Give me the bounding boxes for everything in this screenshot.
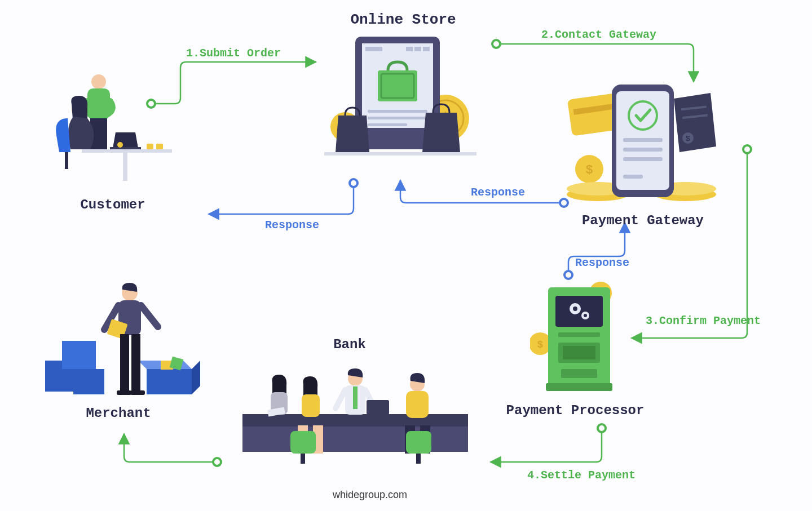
svg-point-11 [72,103,86,117]
flow-label-response-store: Response [265,219,319,232]
svg-rect-100 [117,390,131,395]
svg-point-20 [427,100,464,136]
svg-point-71 [272,379,286,393]
svg-point-43 [567,188,629,201]
flow-label-settle-payment: 4.Settle Payment [527,469,636,482]
svg-rect-58 [548,287,610,389]
merchant-illustration [42,276,200,411]
svg-rect-38 [682,114,708,119]
svg-rect-47 [612,85,674,197]
svg-point-6 [560,199,568,207]
svg-rect-13 [82,149,172,153]
svg-rect-87 [406,431,431,454]
svg-rect-15 [110,147,141,149]
svg-rect-27 [414,47,421,51]
svg-text:$: $ [440,109,451,131]
svg-rect-32 [368,117,427,119]
svg-point-54 [589,282,612,304]
online-store-illustration: $ [316,31,485,166]
svg-text:$: $ [686,135,690,143]
payment-gateway-illustration: $ $ [564,85,722,211]
svg-rect-98 [120,334,129,393]
svg-point-39 [682,132,694,144]
flow-label-response-gateway: Response [471,186,525,199]
svg-rect-17 [156,144,163,149]
svg-point-18 [117,142,123,148]
svg-rect-72 [271,392,288,415]
svg-rect-91 [62,341,96,369]
flow-label-response-processor: Response [575,256,629,269]
svg-point-49 [629,101,657,130]
svg-rect-36 [573,102,624,114]
svg-rect-31 [368,110,427,113]
svg-rect-53 [623,175,643,179]
svg-point-0 [147,100,155,108]
svg-rect-30 [381,74,414,98]
svg-rect-66 [558,343,600,363]
svg-rect-23 [355,37,440,149]
svg-rect-82 [367,400,389,415]
svg-rect-94 [170,357,183,370]
svg-point-83 [410,377,425,392]
node-label-online-store: Online Store [333,11,474,28]
svg-rect-86 [420,425,430,454]
svg-rect-10 [90,118,107,152]
svg-rect-80 [345,385,365,415]
node-label-bank: Bank [316,337,383,352]
svg-rect-33 [368,123,407,126]
flow-label-submit-order: 1.Submit Order [186,47,281,60]
svg-rect-99 [131,334,140,393]
svg-text:$: $ [598,288,604,300]
svg-rect-89 [267,407,285,416]
svg-text:$: $ [537,339,544,350]
node-label-customer: Customer [62,197,164,212]
svg-point-1 [492,40,500,48]
svg-rect-97 [107,319,127,339]
svg-rect-59 [546,383,612,391]
svg-point-95 [122,285,138,301]
svg-rect-101 [130,390,145,395]
flow-label-contact-gateway: 2.Contact Gateway [541,28,656,41]
svg-point-41 [575,155,603,183]
payment-processor-illustration: $ $ [530,276,643,400]
node-label-merchant: Merchant [62,406,175,421]
svg-rect-90 [45,361,79,392]
svg-rect-16 [147,144,153,149]
node-label-payment-processor: Payment Processor [491,403,660,418]
svg-rect-29 [378,70,417,101]
svg-rect-50 [623,138,663,142]
node-label-payment-gateway: Payment Gateway [564,213,722,228]
bank-illustration [237,355,474,468]
svg-point-61 [570,303,581,314]
svg-rect-78 [301,454,305,464]
connectors [0,0,812,511]
svg-rect-65 [558,332,600,337]
svg-rect-81 [353,386,358,409]
svg-point-79 [348,371,363,386]
svg-point-8 [91,74,106,89]
svg-rect-84 [406,391,429,418]
svg-rect-9 [87,88,110,119]
svg-point-56 [530,332,551,355]
svg-rect-74 [302,394,320,417]
svg-rect-48 [616,91,669,190]
svg-point-4 [213,458,221,466]
svg-point-62 [573,306,577,311]
svg-rect-34 [324,152,476,155]
svg-rect-75 [298,425,308,454]
svg-rect-93 [161,361,173,370]
diagram-canvas: $ $ $ [0,0,812,511]
svg-point-46 [654,182,716,195]
svg-rect-76 [313,425,323,454]
svg-point-73 [303,381,317,394]
svg-rect-96 [118,300,141,335]
svg-point-44 [567,182,629,195]
svg-rect-85 [405,425,415,454]
flow-label-confirm-payment: 3.Confirm Payment [646,314,761,327]
svg-rect-37 [681,106,707,111]
svg-rect-25 [365,47,382,51]
svg-rect-14 [123,153,127,181]
svg-point-7 [350,179,358,187]
svg-rect-69 [242,414,468,426]
svg-rect-77 [290,431,316,454]
